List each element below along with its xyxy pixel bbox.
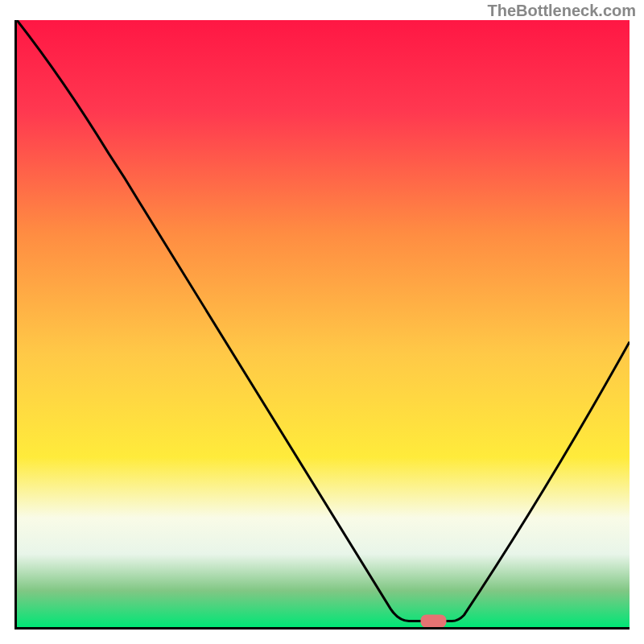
chart-container: TheBottleneck.com [0, 0, 644, 644]
plot-area [14, 20, 630, 630]
chart-svg [17, 20, 630, 627]
gradient-background [17, 20, 630, 627]
optimal-marker [420, 614, 446, 627]
watermark-text: TheBottleneck.com [488, 2, 636, 20]
